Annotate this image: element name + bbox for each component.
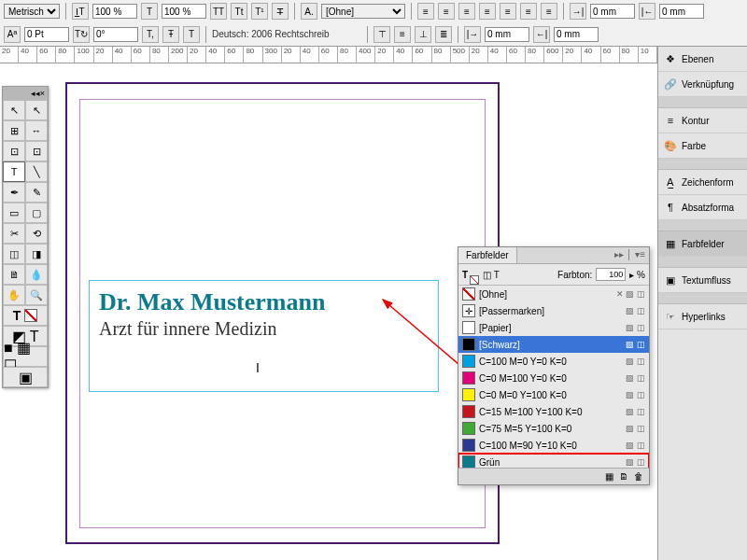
note-tool[interactable]: 🗎 <box>3 264 25 285</box>
selection-tool[interactable]: ↖ <box>3 100 25 120</box>
panel-item-label: Farbfelder <box>682 239 725 249</box>
swatch-row[interactable]: Grün ▧ ◫ <box>458 454 649 468</box>
panel-item-hyperlink[interactable]: ☞Hyperlinks <box>658 304 747 329</box>
t3-icon[interactable]: T, <box>142 26 159 43</box>
pencil-tool[interactable]: ✎ <box>25 182 48 203</box>
panel-separator <box>658 159 747 170</box>
swatch-row[interactable]: C=100 M=90 Y=10 K=0 ▧ ◫ <box>458 437 649 454</box>
swatches-tab[interactable]: Farbfelder <box>458 247 517 263</box>
wrap-icon: ▣ <box>664 273 677 287</box>
swatch-row[interactable]: C=100 M=0 Y=0 K=0 ▧ ◫ <box>458 353 649 370</box>
swatch-row[interactable]: [Schwarz] ▧ ◫ <box>458 336 649 353</box>
tint-input[interactable] <box>596 268 626 281</box>
transform-tool[interactable]: ⟲ <box>25 223 48 244</box>
swatch-row[interactable]: ✛[Passermarken] ▧ ◫ <box>458 302 649 319</box>
swatch-row[interactable]: [Papier] ▧ ◫ <box>458 319 649 336</box>
text-caps-icon[interactable]: T <box>141 3 158 20</box>
type-tool[interactable]: T <box>3 161 25 182</box>
valign-b-icon[interactable]: ⊥ <box>415 26 431 43</box>
strike-icon[interactable]: T̶ <box>272 3 289 20</box>
indent-ll-input[interactable] <box>554 27 599 42</box>
ruler-tick: 80 <box>526 47 544 63</box>
obj-text-toggle[interactable]: ◫ T <box>483 270 500 280</box>
fill-proxy-icon[interactable]: T <box>462 270 468 280</box>
ellipse-tool[interactable]: ▢ <box>25 203 48 223</box>
panel-item-wrap[interactable]: ▣Textumfluss <box>658 268 747 293</box>
align-jl-icon[interactable]: ≡ <box>500 3 516 20</box>
new-swatch2-icon[interactable]: 🗎 <box>619 471 628 482</box>
swatches-icon: ▦ <box>664 237 677 250</box>
scale-h-input[interactable] <box>92 4 137 19</box>
line-tool[interactable]: ╲ <box>25 161 48 182</box>
language-label[interactable]: Deutsch: 2006 Rechtschreib <box>212 29 361 39</box>
text-frame[interactable]: Dr. Max Mustermann Arzt für innere Mediz… <box>89 280 439 392</box>
align-jc-icon[interactable]: ≡ <box>520 3 537 20</box>
swatch-row[interactable]: [Ohne]✕ ▧ ◫ <box>458 286 649 302</box>
swatch-type-icon: ▧ ◫ <box>626 390 645 399</box>
tools-header[interactable]: ◂◂ × <box>3 87 48 100</box>
color-mode[interactable]: ■ ▦ ☐ <box>3 346 48 367</box>
pen-tool[interactable]: ✒ <box>3 182 25 203</box>
rotation-input[interactable] <box>93 27 138 42</box>
gradient-tool[interactable]: ◫ <box>3 244 25 264</box>
page-tool[interactable]: ⊞ <box>3 120 25 141</box>
gradient2-tool[interactable]: ◨ <box>25 244 48 264</box>
scale2-input[interactable] <box>162 4 206 19</box>
super-icon[interactable]: T¹ <box>251 3 268 20</box>
panel-item-palette[interactable]: 🎨Farbe <box>658 133 747 159</box>
panel-item-char[interactable]: A̲Zeichenform <box>658 170 747 195</box>
gap-tool[interactable]: ↔ <box>25 120 48 141</box>
valign-t-icon[interactable]: ⊤ <box>374 26 390 43</box>
indent-r-input[interactable] <box>485 27 529 42</box>
t4-icon[interactable]: Ŧ <box>162 26 179 43</box>
leading-input[interactable] <box>24 27 69 42</box>
ruler-tick: 60 <box>132 47 150 63</box>
screen-mode[interactable]: ▣ <box>3 367 48 387</box>
panel-item-para[interactable]: ¶Absatzforma <box>658 195 747 220</box>
rect-tool[interactable]: ▭ <box>3 203 25 223</box>
swatch-row[interactable]: C=0 M=0 Y=100 K=0 ▧ ◫ <box>458 386 649 403</box>
new-swatch-icon[interactable]: ▦ <box>605 471 613 482</box>
align-j-icon[interactable]: ≡ <box>479 3 496 20</box>
panel-item-stroke[interactable]: ≡Kontur <box>658 108 747 133</box>
content-tool[interactable]: ⊡ <box>3 141 25 161</box>
align-c-icon[interactable]: ≡ <box>438 3 455 20</box>
units-select[interactable]: Metrisch <box>4 4 60 19</box>
panel-item-link[interactable]: 🔗Verknüpfung <box>658 72 747 97</box>
headline-text[interactable]: Dr. Max Mustermann <box>99 288 429 316</box>
delete-swatch-icon[interactable]: 🗑 <box>634 471 643 482</box>
align-l-icon[interactable]: ≡ <box>417 3 434 20</box>
scissors-tool[interactable]: ✂ <box>3 223 25 244</box>
indent-l-icon: →| <box>570 3 586 20</box>
swatch-name: [Papier] <box>479 323 622 333</box>
swatch-row[interactable]: C=15 M=100 Y=100 K=0 ▧ ◫ <box>458 403 649 420</box>
indent-fl-input[interactable] <box>659 4 704 19</box>
panel-item-swatches[interactable]: ▦Farbfelder <box>658 231 747 257</box>
swatches-panel[interactable]: Farbfelder ▸▸ │ ▾≡ T ◫ T Farbton: ▸ % [O… <box>458 246 650 485</box>
swatch-row[interactable]: C=75 M=5 Y=100 K=0 ▧ ◫ <box>458 420 649 437</box>
valign-j-icon[interactable]: ≣ <box>435 26 452 43</box>
swatch-chip <box>462 371 475 385</box>
swatch-row[interactable]: C=0 M=100 Y=0 K=0 ▧ ◫ <box>458 370 649 386</box>
direct-select-tool[interactable]: ↖ <box>25 100 48 120</box>
indent-l-input[interactable] <box>590 4 635 19</box>
panel-item-layers[interactable]: ❖Ebenen <box>658 47 747 72</box>
align-jr-icon[interactable]: ≡ <box>541 3 557 20</box>
ruler-tick: 20 <box>94 47 113 63</box>
panel-item-label: Ebenen <box>682 54 713 64</box>
subline-text[interactable]: Arzt für innere Medizin <box>99 318 429 340</box>
ruler-tick: 80 <box>244 47 262 63</box>
content-tool2[interactable]: ⊡ <box>25 141 48 161</box>
valign-m-icon[interactable]: ≡ <box>394 26 411 43</box>
eyedropper-tool[interactable]: 💧 <box>25 264 48 285</box>
tt2-icon[interactable]: Tt <box>231 3 247 20</box>
panel-item-label: Absatzforma <box>682 203 734 213</box>
zoom-tool[interactable]: 🔍 <box>25 285 48 305</box>
panel-menu-icon[interactable]: ▸▸ │ ▾≡ <box>611 247 649 263</box>
hand-tool[interactable]: ✋ <box>3 285 25 305</box>
fill-stroke[interactable]: T <box>3 305 48 326</box>
tt-icon[interactable]: TT <box>210 3 227 20</box>
t5-icon[interactable]: T <box>183 26 200 43</box>
char-style-select[interactable]: [Ohne] <box>321 4 405 19</box>
align-r-icon[interactable]: ≡ <box>458 3 475 20</box>
